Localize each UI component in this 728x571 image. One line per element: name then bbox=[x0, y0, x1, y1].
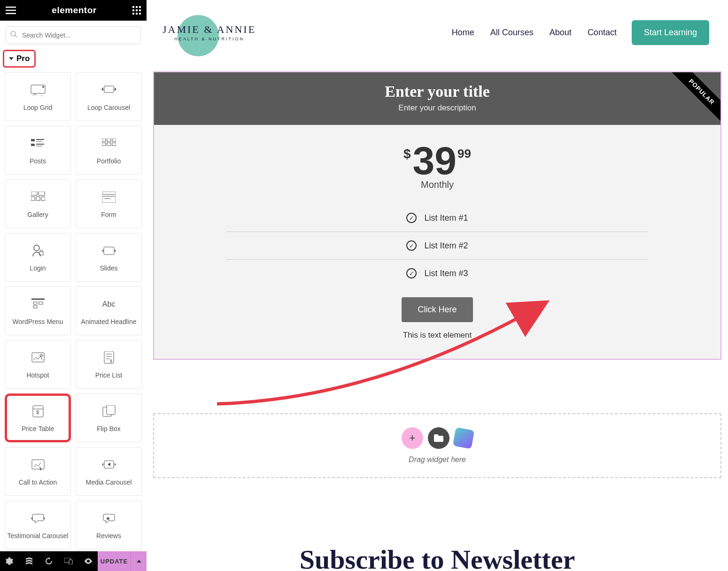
widget-label: Media Carousel bbox=[85, 478, 132, 486]
ribbon-text: POPULAR bbox=[670, 72, 720, 123]
slides-icon bbox=[101, 243, 117, 259]
price-table-widget[interactable]: POPULAR Enter your title Enter your desc… bbox=[153, 71, 721, 360]
category-pro[interactable]: Pro bbox=[3, 50, 36, 68]
form-icon bbox=[102, 189, 116, 205]
nav-all-courses[interactable]: All Courses bbox=[490, 28, 534, 38]
reviews-icon bbox=[101, 510, 117, 526]
price-cents: 99 bbox=[457, 147, 471, 161]
nav-about[interactable]: About bbox=[550, 28, 572, 38]
widget-login[interactable]: Login bbox=[5, 233, 71, 282]
svg-rect-53 bbox=[107, 405, 115, 415]
widget-call-to-action[interactable]: Call to Action bbox=[5, 447, 71, 496]
widget-label: Slides bbox=[100, 264, 117, 272]
elementor-logo: elementor bbox=[52, 5, 96, 15]
update-button[interactable]: UPDATE bbox=[98, 551, 131, 571]
price-period: Monthly bbox=[163, 179, 711, 190]
editor-canvas[interactable]: JAMIE & ANNIE HEALTH & NUTRITION HomeAll… bbox=[147, 0, 728, 571]
widget-portfolio[interactable]: Portfolio bbox=[76, 126, 142, 175]
nav-contact[interactable]: Contact bbox=[588, 28, 617, 38]
container-icon[interactable] bbox=[453, 427, 474, 449]
svg-rect-4 bbox=[136, 9, 138, 11]
widget-flip-box[interactable]: Flip Box bbox=[76, 394, 142, 442]
svg-line-10 bbox=[15, 36, 17, 38]
gallery-icon bbox=[31, 189, 45, 205]
widget-label: Flip Box bbox=[97, 425, 121, 432]
svg-rect-40 bbox=[39, 302, 43, 304]
svg-rect-26 bbox=[31, 192, 37, 195]
site-header: JAMIE & ANNIE HEALTH & NUTRITION HomeAll… bbox=[147, 0, 728, 65]
svg-rect-5 bbox=[139, 9, 141, 11]
loop-grid-icon bbox=[30, 82, 46, 98]
price-button[interactable]: Click Here bbox=[402, 297, 472, 322]
newsletter-section: Subscribe to Newsletter bbox=[147, 544, 728, 571]
navigator-icon[interactable] bbox=[20, 551, 39, 571]
newsletter-title: Subscribe to Newsletter bbox=[147, 544, 728, 571]
feature-item: ✓List Item #2 bbox=[226, 232, 649, 260]
svg-rect-23 bbox=[102, 143, 106, 146]
widget-media-carousel[interactable]: Media Carousel bbox=[76, 447, 142, 496]
loop-carousel-icon bbox=[101, 82, 117, 98]
svg-rect-31 bbox=[102, 192, 116, 194]
widget-loop-carousel[interactable]: Loop Carousel bbox=[76, 72, 142, 121]
widget-reviews[interactable]: Reviews bbox=[76, 501, 142, 549]
category-label: Pro bbox=[16, 54, 30, 63]
settings-icon[interactable] bbox=[0, 551, 19, 571]
testimonial-carousel-icon bbox=[30, 510, 46, 526]
widget-wordpress-menu[interactable]: WordPress Menu bbox=[5, 286, 71, 335]
update-options[interactable] bbox=[131, 551, 147, 571]
svg-rect-30 bbox=[41, 197, 45, 201]
svg-rect-20 bbox=[102, 139, 106, 141]
preview-icon[interactable] bbox=[79, 551, 98, 571]
svg-point-34 bbox=[34, 245, 39, 251]
template-icon[interactable] bbox=[428, 427, 449, 449]
widget-list[interactable]: Loop GridLoop CarouselPostsPortfolioGall… bbox=[0, 72, 147, 551]
menu-icon[interactable] bbox=[6, 7, 16, 14]
widget-testimonial-carousel[interactable]: Testimonial Carousel bbox=[5, 501, 71, 549]
widget-label: Posts bbox=[30, 157, 46, 165]
price-list-icon: $ bbox=[103, 350, 115, 366]
widget-label: Animated Headline bbox=[81, 318, 136, 325]
search-input[interactable] bbox=[6, 26, 141, 44]
start-learning-button[interactable]: Start Learning bbox=[632, 20, 709, 45]
widget-gallery[interactable]: Gallery bbox=[5, 179, 71, 228]
svg-rect-6 bbox=[132, 13, 134, 15]
svg-text:$: $ bbox=[36, 409, 39, 415]
widget-slides[interactable]: Slides bbox=[76, 233, 142, 282]
svg-rect-25 bbox=[112, 143, 116, 146]
drop-zone[interactable]: + Drag widget here bbox=[153, 413, 721, 478]
chevron-down-icon bbox=[9, 57, 14, 60]
elementor-panel: elementor Pro Loop GridLoop CarouselPost… bbox=[0, 0, 147, 571]
check-icon: ✓ bbox=[406, 268, 417, 278]
price-table-icon: $ bbox=[32, 403, 44, 419]
nav-home[interactable]: Home bbox=[452, 28, 474, 38]
animated-headline-icon: Abc bbox=[102, 296, 116, 312]
svg-rect-28 bbox=[31, 197, 35, 201]
svg-rect-14 bbox=[31, 139, 35, 141]
drop-text: Drag widget here bbox=[167, 455, 707, 464]
widget-posts[interactable]: Posts bbox=[5, 126, 71, 175]
widget-hotspot[interactable]: Hotspot bbox=[5, 340, 71, 389]
search-icon bbox=[10, 31, 17, 40]
svg-rect-29 bbox=[36, 197, 40, 201]
widget-price-table[interactable]: $Price Table bbox=[5, 394, 71, 442]
feature-text: List Item #3 bbox=[424, 269, 468, 278]
svg-rect-0 bbox=[132, 6, 134, 8]
svg-rect-41 bbox=[32, 353, 44, 362]
widget-form[interactable]: Form bbox=[76, 179, 142, 228]
check-icon: ✓ bbox=[406, 240, 417, 251]
svg-rect-22 bbox=[112, 139, 116, 141]
site-logo[interactable]: JAMIE & ANNIE HEALTH & NUTRITION bbox=[158, 23, 256, 41]
widget-label: Testimonial Carousel bbox=[8, 532, 69, 540]
svg-point-12 bbox=[42, 86, 44, 88]
widget-price-list[interactable]: $Price List bbox=[76, 340, 142, 389]
responsive-icon[interactable] bbox=[59, 551, 78, 571]
add-section-icon[interactable]: + bbox=[402, 427, 423, 449]
logo-sub: HEALTH & NUTRITION bbox=[163, 37, 256, 41]
widget-label: Price List bbox=[95, 371, 123, 379]
history-icon[interactable] bbox=[39, 551, 58, 571]
panel-header: elementor bbox=[0, 0, 147, 21]
widget-animated-headline[interactable]: AbcAnimated Headline bbox=[76, 286, 142, 335]
apps-icon[interactable] bbox=[132, 6, 141, 15]
svg-rect-3 bbox=[132, 9, 134, 11]
widget-loop-grid[interactable]: Loop Grid bbox=[5, 72, 71, 121]
